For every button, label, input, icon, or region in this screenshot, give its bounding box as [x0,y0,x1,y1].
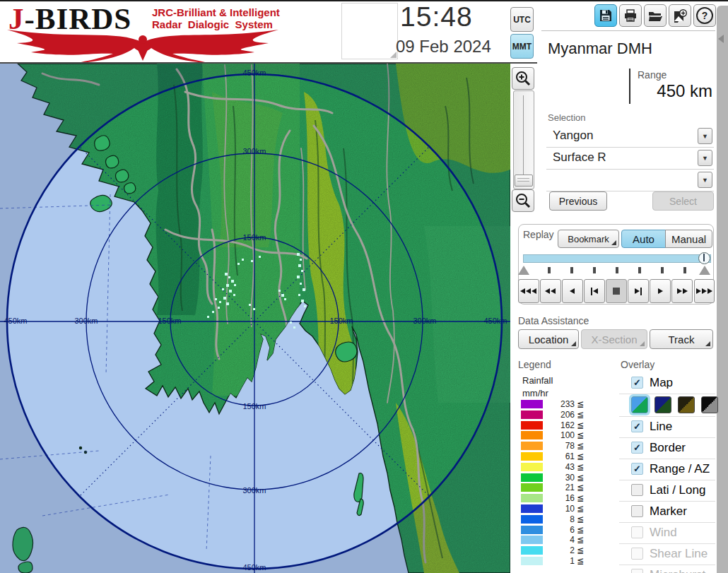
manual-mode-button[interactable]: Manual [665,230,712,248]
stop-button[interactable] [606,279,627,303]
slider-end-marker-icon[interactable] [699,266,710,275]
fast-rewind-3-button[interactable] [518,279,539,303]
panel-collapse-arrow-icon[interactable] [718,35,724,43]
site-dropdown-arrow-icon[interactable]: ▼ [698,128,712,144]
range-ring-label: 150km [242,233,266,242]
legend-lte-symbol: ≦ [577,493,584,503]
checkbox-icon[interactable]: ✓ [631,526,643,538]
checkbox-icon[interactable]: ✓ [631,420,643,432]
overlay-item-label: Microburst [650,568,705,573]
fast-forward-3-button[interactable] [694,279,715,303]
legend-color-swatch [521,431,543,439]
overlay-item-shear-line[interactable]: ✓Shear Line [619,544,715,565]
replay-slider-track[interactable] [523,254,711,263]
product-dropdown-arrow-icon[interactable]: ▼ [698,150,712,166]
zoom-slider-track[interactable] [513,90,534,189]
option-dropdown[interactable]: ▼ [546,170,714,191]
overlay-item-label: Lati / Long [650,483,705,497]
zoom-out-button[interactable] [512,189,534,212]
rain-echo-cell [228,276,230,278]
station-title: Myanmar DMH [548,40,652,58]
checkbox-icon[interactable]: ✓ [631,484,643,496]
overlay-item-lati-long[interactable]: ✓Lati / Long [619,480,715,502]
previous-button[interactable]: Previous [549,191,607,211]
map-style-dark-olive[interactable] [678,396,695,413]
right-edge-strip [717,6,728,573]
checkbox-icon[interactable]: ✓ [631,442,643,454]
utc-button[interactable]: UTC [510,7,534,32]
site-dropdown[interactable]: Yangon ▼ [546,126,714,148]
legend-unit: mm/hr [522,388,548,398]
rain-echo-cell [226,302,229,305]
rain-echo-cell [225,273,228,276]
legend-value: 233 [546,399,575,409]
replay-slider-thumb[interactable] [698,252,710,264]
rain-echo-cell [298,264,301,267]
location-button-label: Location [529,333,569,345]
fast-rewind-button[interactable] [540,279,561,303]
legend-row: 43≦ [521,463,592,472]
step-forward-button[interactable] [628,279,649,303]
checkbox-icon[interactable]: ✓ [631,463,643,475]
add-image-button[interactable] [669,4,691,27]
legend-row: 78≦ [521,442,592,451]
auto-mode-button[interactable]: Auto [621,230,666,248]
overlay-item-microburst[interactable]: ✓Microburst [619,565,715,573]
step-backward-button[interactable] [584,279,605,303]
legend-row: 6≦ [521,526,592,535]
overlay-item-marker[interactable]: ✓Marker [619,502,715,523]
range-label: Range [638,69,667,81]
location-button[interactable]: Location [518,329,579,349]
range-ring-label: 150km [158,317,181,325]
overlay-item-label: Wind [650,526,677,540]
save-button[interactable] [594,4,617,27]
checkbox-icon[interactable]: ✓ [631,548,643,560]
map-style-black-gray[interactable] [701,396,718,413]
zoom-slider-thumb[interactable] [515,175,533,187]
mmt-button[interactable]: MMT [510,34,534,59]
legend-color-swatch [521,494,543,502]
legend-unit-title: Rainfall [522,375,553,386]
legend-row: 206≦ [521,410,592,420]
overlay-item-line[interactable]: ✓Line [619,417,715,438]
overlay-list: ✓Map✓Line✓Border✓Range / AZ✓Lati / Long✓… [619,373,715,573]
legend-row: 10≦ [521,504,592,514]
slider-start-marker-icon[interactable] [518,266,529,275]
rain-echo-cell [300,259,302,261]
map-style-navy-darkgreen[interactable] [654,396,671,413]
checkbox-icon[interactable]: ✓ [631,505,643,517]
zoom-in-button[interactable] [512,67,534,90]
option-dropdown-arrow-icon[interactable]: ▼ [698,172,712,188]
overlay-item-map[interactable]: ✓Map [619,373,715,394]
overlay-item-range-az[interactable]: ✓Range / AZ [619,459,715,480]
print-button[interactable] [619,4,642,27]
legend-lte-symbol: ≦ [577,535,584,545]
range-ring-label: 450km [4,317,27,325]
range-ring-label: 450km [242,69,266,77]
legend-value: 1 [546,556,575,566]
legend-color-swatch [521,515,543,524]
map-style-blue-green[interactable] [631,396,648,413]
overlay-item-border[interactable]: ✓Border [619,438,715,459]
x-section-button[interactable]: X-Section [581,329,647,349]
open-folder-button[interactable] [644,4,667,27]
bookmark-button[interactable]: Bookmark [558,230,619,248]
rain-echo-cell [293,326,295,329]
rain-echo-cell [249,304,251,306]
legend-lte-symbol: ≦ [577,473,584,483]
select-button[interactable]: Select [652,191,714,211]
checkbox-icon[interactable]: ✓ [631,569,643,573]
checkbox-icon[interactable]: ✓ [631,377,643,389]
product-dropdown[interactable]: Surface R ▼ [546,148,714,170]
overlay-item-wind[interactable]: ✓Wind [619,523,715,544]
legend-color-swatch [521,463,543,471]
reverse-play-button[interactable] [562,279,583,303]
legend-color-swatch [521,452,543,461]
help-button[interactable]: ? [693,4,716,27]
rain-echo-cell [237,263,240,265]
track-button[interactable]: Track [650,329,713,349]
play-button[interactable] [650,279,671,303]
radar-map[interactable]: 450km300km150km450km300km150km150km300km… [0,64,510,573]
fast-forward-button[interactable] [671,279,693,303]
site-dropdown-value: Yangon [553,129,593,143]
